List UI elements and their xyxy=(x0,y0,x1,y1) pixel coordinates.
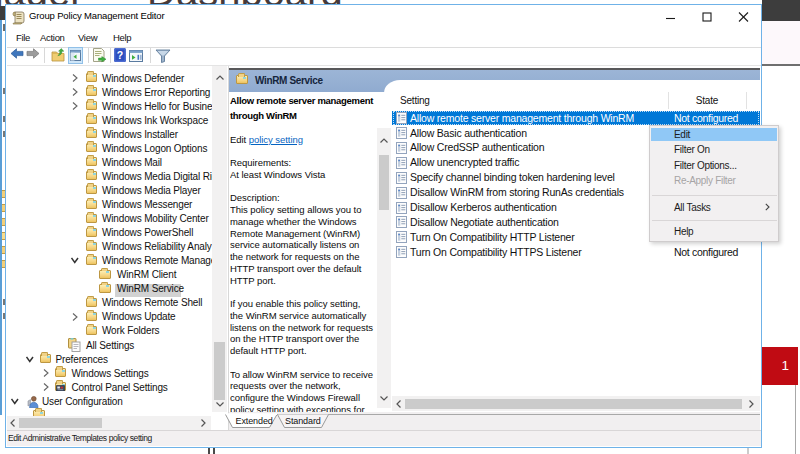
svg-text:?: ? xyxy=(117,49,123,61)
